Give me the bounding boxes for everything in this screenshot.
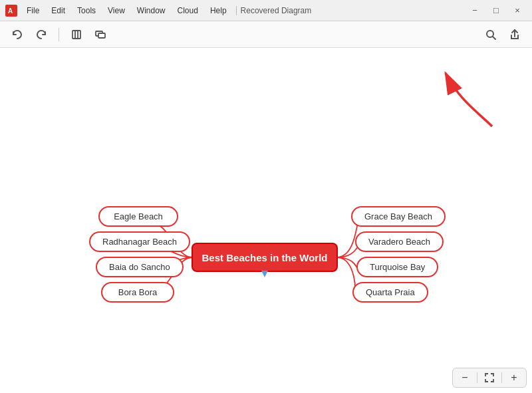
toolbar (0, 21, 532, 48)
titlebar: A File Edit Tools View Window Cloud Help… (0, 0, 532, 21)
center-node[interactable]: Best Beaches in the World (192, 243, 338, 272)
zoom-fit-button[interactable] (481, 370, 497, 386)
node-label: Bora Bora (118, 287, 158, 297)
titlebar-left: A File Edit Tools View Window Cloud Help… (5, 5, 311, 17)
menu-tools[interactable]: Tools (72, 5, 101, 17)
center-node-label: Best Beaches in the World (202, 252, 328, 263)
node-label: Grace Bay Beach (364, 211, 432, 221)
redo-button[interactable] (32, 25, 51, 44)
node-label: Radhanagar Beach (102, 237, 177, 247)
node-label: Eagle Beach (114, 211, 163, 221)
minimize-button[interactable]: − (466, 1, 484, 20)
svg-line-7 (493, 37, 495, 39)
menu-help[interactable]: Help (205, 5, 232, 17)
annotation-arrow (439, 66, 519, 133)
node-eagle-beach[interactable]: Eagle Beach (98, 206, 178, 227)
close-button[interactable]: × (508, 1, 527, 20)
zoom-in-button[interactable]: + (506, 370, 522, 386)
svg-text:A: A (8, 7, 13, 15)
menu-cloud[interactable]: Cloud (172, 5, 203, 17)
frame-button[interactable] (67, 25, 86, 44)
toolbar-divider1 (59, 28, 59, 41)
toolbar-right (481, 25, 524, 44)
window-controls: − □ × (466, 1, 527, 20)
node-quarta-praia[interactable]: Quarta Praia (352, 282, 428, 303)
node-grace-bay-beach[interactable]: Grace Bay Beach (351, 206, 446, 227)
svg-rect-5 (98, 33, 105, 38)
node-turquoise-bay[interactable]: Turquoise Bay (356, 257, 438, 277)
canvas-area: Best Beaches in the World Eagle Beach Ra… (0, 48, 532, 393)
node-radhanagar-beach[interactable]: Radhanagar Beach (89, 231, 190, 252)
node-varadero-beach[interactable]: Varadero Beach (355, 231, 444, 252)
zoom-divider (477, 372, 477, 383)
node-label: Turquoise Bay (370, 262, 425, 272)
zoom-controls: − + (452, 368, 527, 388)
node-label: Baia do Sancho (109, 262, 170, 272)
menu-file[interactable]: File (21, 5, 45, 17)
zoom-out-button[interactable]: − (457, 370, 473, 386)
node-label: Quarta Praia (366, 287, 415, 297)
menu-edit[interactable]: Edit (46, 5, 70, 17)
slides-button[interactable] (91, 25, 110, 44)
document-title: Recovered Diagram (241, 6, 312, 15)
zoom-divider2 (501, 372, 502, 383)
node-label: Varadero Beach (368, 237, 430, 247)
menu-window[interactable]: Window (132, 5, 171, 17)
node-baia-do-sancho[interactable]: Baia do Sancho (96, 257, 184, 277)
app-icon: A (5, 5, 17, 17)
menu-separator (236, 6, 237, 15)
search-button[interactable] (481, 25, 500, 44)
svg-rect-1 (72, 31, 80, 39)
undo-button[interactable] (8, 25, 27, 44)
node-bora-bora[interactable]: Bora Bora (101, 282, 174, 303)
menu-bar: File Edit Tools View Window Cloud Help R… (21, 5, 311, 17)
share-button[interactable] (505, 25, 524, 44)
maximize-button[interactable]: □ (487, 1, 505, 20)
toolbar-left (8, 25, 110, 44)
menu-view[interactable]: View (102, 5, 130, 17)
